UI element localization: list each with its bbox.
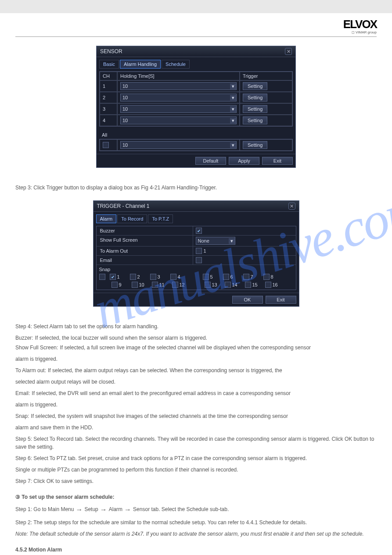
trigger-tabs: Alarm To Record To P.T.Z	[94, 212, 299, 223]
apply-button[interactable]: Apply	[229, 157, 259, 165]
exit-button[interactable]: Exit	[266, 296, 296, 304]
snap-toggle[interactable]	[99, 274, 105, 280]
buzzer-checkbox[interactable]: ✔	[196, 228, 202, 234]
snap-item: 3	[150, 274, 166, 280]
ch-num: 2	[100, 92, 117, 103]
brand-logo: ELVOX	[343, 18, 377, 31]
sched-note: Note: The default schedule of the sensor…	[15, 530, 377, 538]
alarm-out-checkbox[interactable]	[196, 248, 202, 254]
snap-number: 11	[159, 282, 165, 287]
trigger-window: TRIGGER - Channel 1 ✕ Alarm To Record To…	[93, 200, 299, 307]
snap-checkbox[interactable]	[223, 274, 229, 280]
snap-checkbox[interactable]	[172, 282, 178, 288]
email-checkbox[interactable]	[196, 257, 202, 263]
arrow-icon: →	[74, 506, 84, 513]
snap-number: 14	[232, 282, 237, 287]
snap-number: 13	[212, 282, 217, 287]
arrow-icon: →	[122, 506, 133, 513]
snap-checkbox[interactable]: ✔	[110, 274, 116, 280]
setting-button[interactable]: Setting	[243, 94, 267, 102]
tab-alarm-handling[interactable]: Alarm Handling	[120, 60, 161, 69]
snap-checkbox[interactable]	[263, 274, 270, 280]
snap-doc-text2: alarm and save them in the HDD.	[15, 424, 377, 432]
header-divider	[15, 36, 377, 37]
close-icon[interactable]: ✕	[285, 48, 292, 55]
snap-checkbox[interactable]	[243, 274, 249, 280]
snap-item: 8	[263, 274, 279, 280]
hold-select[interactable]: 10▾	[120, 116, 237, 124]
chevron-down-icon: ▾	[230, 142, 236, 148]
brand-subtitle: ◻ VIMAR group	[15, 30, 377, 34]
top-bar	[0, 0, 392, 13]
tab-to-ptz[interactable]: To P.T.Z	[148, 214, 173, 223]
alarmout-doc-text2: selected alarm output relays will be clo…	[15, 378, 377, 386]
snap-item: 12	[172, 282, 188, 288]
tab-alarm[interactable]: Alarm	[96, 214, 117, 223]
snap-item: 14	[225, 282, 241, 288]
snap-number: 9	[119, 282, 122, 287]
tab-schedule[interactable]: Schedule	[162, 60, 190, 69]
tab-to-record[interactable]: To Record	[117, 214, 147, 223]
snap-item: 6	[223, 274, 239, 280]
sensor-window: SENSOR ✕ Basic Alarm Handling Schedule C…	[96, 46, 296, 168]
snap-number: 2	[137, 274, 140, 279]
snap-checkbox[interactable]	[150, 274, 156, 280]
all-setting-button[interactable]: Setting	[243, 141, 267, 149]
snap-item: 5	[203, 274, 219, 280]
buzzer-doc-text: If selected, the local buzzer will sound…	[35, 334, 207, 342]
all-label: All	[99, 131, 293, 139]
snap-number: 1	[117, 274, 120, 279]
snap-item: 7	[243, 274, 259, 280]
step4-text: Step 4: Select Alarm tab to set the opti…	[15, 323, 377, 330]
setting-button[interactable]: Setting	[243, 105, 267, 113]
snap-checkbox[interactable]	[265, 282, 271, 288]
snap-item: 15	[245, 282, 261, 288]
snap-checkbox[interactable]	[152, 282, 158, 288]
snap-number: 8	[271, 274, 273, 279]
step7-text: Step 7: Click OK to save settings.	[15, 477, 377, 485]
hold-select[interactable]: 10▾	[120, 105, 237, 113]
exit-button[interactable]: Exit	[262, 157, 293, 165]
all-checkbox[interactable]	[103, 142, 109, 148]
snap-checkbox[interactable]	[245, 282, 251, 288]
default-button[interactable]: Default	[195, 157, 226, 165]
snap-item: 11	[152, 282, 168, 288]
snap-checkbox[interactable]	[205, 282, 211, 288]
logo-area: ELVOX ◻ VIMAR group	[0, 13, 392, 36]
header-hold: Holding Time[S]	[117, 72, 240, 80]
figure-caption-1: Fig 4-20 Alarm Configuration-Sensor-Alar…	[96, 170, 296, 175]
trigger-titlebar: TRIGGER - Channel 1 ✕	[94, 201, 299, 212]
snap-number: 10	[139, 282, 144, 287]
snap-checkbox[interactable]	[132, 282, 138, 288]
chevron-down-icon: ▾	[230, 95, 236, 101]
snap-checkbox[interactable]	[170, 274, 176, 280]
buzzer-doc-label: Buzzer:	[15, 334, 33, 342]
email-label: Email	[97, 256, 193, 265]
hold-select[interactable]: 10▾	[120, 94, 237, 102]
tab-basic[interactable]: Basic	[99, 60, 119, 69]
snap-number: 4	[178, 274, 180, 279]
snap-number: 15	[252, 282, 258, 287]
setting-button[interactable]: Setting	[243, 82, 267, 90]
sched-step2: Step 2: The setup steps for the schedule…	[15, 519, 377, 526]
close-icon[interactable]: ✕	[288, 203, 295, 210]
sensor-titlebar: SENSOR ✕	[97, 46, 295, 57]
step6b-text: Single or multiple PTZs can be programme…	[15, 466, 377, 474]
snap-checkbox[interactable]	[111, 282, 118, 288]
email-doc-text2: alarm is triggered.	[15, 401, 377, 409]
setting-button[interactable]: Setting	[243, 116, 267, 124]
sensor-title: SENSOR	[100, 48, 122, 54]
all-hold-select[interactable]: 10▾	[120, 141, 237, 149]
fullscreen-doc-label: Show Full Screen:	[15, 344, 58, 352]
snap-checkbox[interactable]	[225, 282, 231, 288]
email-doc-label: Email:	[15, 389, 30, 397]
snap-checkbox[interactable]	[203, 274, 209, 280]
chevron-down-icon: ▾	[230, 83, 236, 89]
snap-item: 10	[132, 282, 147, 288]
ok-button[interactable]: OK	[232, 296, 263, 304]
sensor-tabs: Basic Alarm Handling Schedule	[97, 57, 295, 69]
snap-checkbox[interactable]	[130, 274, 136, 280]
fullscreen-doc-text: If selected, a full screen live image of…	[60, 344, 311, 352]
fullscreen-select[interactable]: None▾	[196, 237, 235, 245]
hold-select[interactable]: 10▾	[120, 82, 237, 90]
